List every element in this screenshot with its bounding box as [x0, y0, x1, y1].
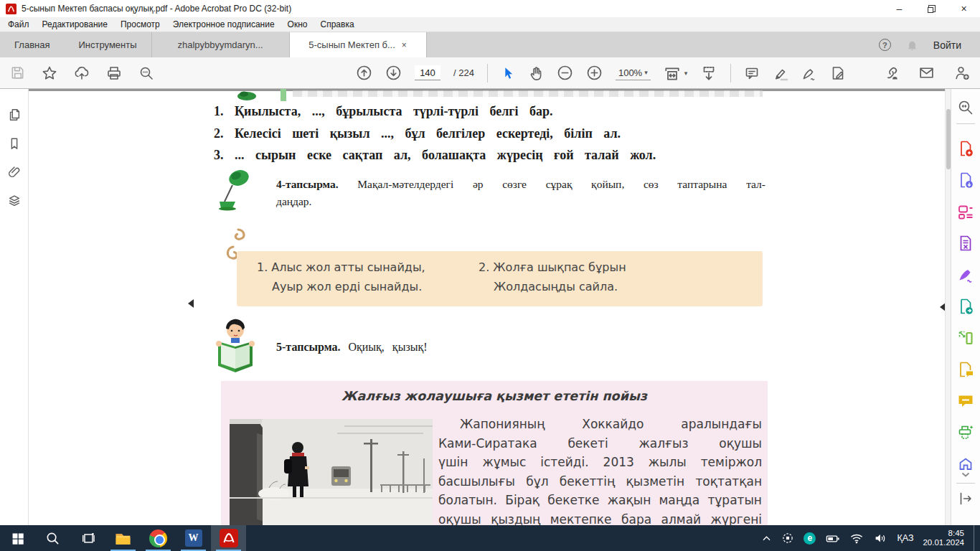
taskbar: W e ҚАЗ 8:45 20.01.2024 [0, 525, 980, 551]
menu-view[interactable]: Просмотр [114, 19, 166, 29]
taskbar-search-button[interactable] [35, 525, 70, 551]
page-thumbnails-icon[interactable] [7, 108, 22, 122]
keyboard-language[interactable]: ҚАЗ [897, 533, 913, 543]
zoom-level-label: 100% [618, 67, 642, 78]
fill-and-sign-icon[interactable] [957, 266, 974, 283]
restore-button[interactable] [915, 0, 948, 17]
page-number-input[interactable] [415, 65, 440, 80]
chrome-icon [149, 529, 167, 547]
chrome-button[interactable] [141, 525, 176, 551]
more-tools-icon[interactable] [957, 456, 974, 477]
wifi-icon[interactable] [849, 531, 864, 545]
toolbar: / 224 100% ▾ ▾ [0, 57, 980, 89]
send-pdf-icon[interactable] [957, 298, 974, 315]
task4-block: 4-тапсырма. Мақал-мәтелдердегі әр сөзге … [276, 176, 765, 210]
word-button[interactable]: W [176, 525, 211, 551]
eset-icon[interactable]: e [804, 532, 816, 545]
task-view-button[interactable] [70, 525, 105, 551]
reading-boy-icon [212, 317, 258, 376]
menu-window[interactable]: Окно [281, 19, 314, 29]
notifications-bell-icon[interactable] [905, 38, 919, 52]
zoom-out-icon[interactable] [557, 65, 573, 81]
cloud-upload-icon[interactable] [74, 65, 90, 81]
collapse-panel-icon[interactable] [958, 491, 974, 507]
tray-chevron-icon[interactable] [761, 533, 772, 544]
left-panel-toggle-icon[interactable] [188, 299, 194, 308]
bookmarks-icon[interactable] [7, 136, 22, 151]
email-icon[interactable] [918, 65, 935, 81]
left-panel-rail [0, 89, 29, 525]
page-down-icon[interactable] [385, 65, 402, 81]
show-desktop-button[interactable] [974, 525, 977, 551]
list-item: 2. Келесісі шеті қызыл ..., бұл белгілер… [214, 123, 656, 145]
add-person-icon[interactable] [953, 65, 970, 81]
page-total-label: / 224 [453, 67, 474, 78]
task4-line2: даңдар. [276, 193, 765, 210]
scan-ocr-icon[interactable] [957, 424, 974, 441]
highlight-icon[interactable] [773, 65, 788, 81]
exercise-list: 1. Қиылыста, ..., бұрылыста түрлі-түрлі … [214, 100, 656, 166]
help-icon[interactable]: ? [879, 39, 891, 51]
ink-workspace-icon[interactable] [781, 532, 794, 545]
create-pdf-icon[interactable] [957, 140, 974, 157]
clock[interactable]: 8:45 20.01.2024 [923, 529, 964, 547]
start-button[interactable] [0, 525, 35, 551]
toolbar-separator [487, 64, 488, 83]
organize-pages-icon[interactable] [957, 235, 974, 252]
share-link-icon[interactable] [883, 65, 900, 81]
save-icon[interactable] [10, 65, 25, 80]
comment-icon[interactable] [744, 65, 760, 81]
system-tray: e ҚАЗ 8:45 20.01.2024 [761, 525, 980, 551]
minimize-button[interactable]: – [883, 0, 915, 17]
volume-icon[interactable] [873, 531, 887, 545]
request-signatures-icon[interactable] [957, 361, 974, 378]
article-line: Жапонияның Хоккайдо аралындағы [438, 415, 762, 434]
tools-rail [951, 89, 980, 525]
acrobat-button[interactable] [211, 525, 246, 551]
page-up-icon[interactable] [356, 65, 372, 81]
document-view[interactable]: 1. Қиылыста, ..., бұрылыста түрлі-түрлі … [29, 89, 951, 525]
export-pdf-icon[interactable] [957, 171, 974, 189]
menu-esign[interactable]: Электронное подписание [166, 19, 281, 29]
doc-tab-zhalpybbyymdaryn[interactable]: zhalpybbyymdaryn... [151, 32, 289, 57]
sign-in-button[interactable]: Войти [933, 39, 961, 51]
vertical-scrollbar[interactable] [945, 89, 951, 525]
file-explorer-icon [114, 529, 132, 547]
attachments-icon[interactable] [7, 165, 22, 179]
tabbar: Главная Инструменты zhalpybbyymdaryn... … [0, 32, 980, 57]
tab-home[interactable]: Главная [0, 32, 64, 57]
edit-page-icon[interactable] [830, 65, 846, 81]
scrollbar-thumb[interactable] [946, 109, 951, 169]
doc-tab-active[interactable]: 5-сынып Мектеп б... × [289, 32, 427, 57]
menu-edit[interactable]: Редактирование [36, 19, 114, 29]
hand-tool-icon[interactable] [528, 65, 544, 81]
tab-tools[interactable]: Инструменты [64, 32, 151, 57]
menu-help[interactable]: Справка [314, 19, 361, 29]
battery-icon[interactable] [825, 531, 840, 546]
proverb-line: Жолдасыңды сайла. [479, 277, 626, 296]
restore-icon [928, 5, 936, 13]
edit-pdf-icon[interactable] [957, 203, 974, 220]
microphone-task-icon [218, 168, 251, 211]
zoom-in-icon[interactable] [586, 65, 603, 81]
fill-sign-icon[interactable] [801, 65, 817, 81]
main-area: 1. Қиылыста, ..., бұрылыста түрлі-түрлі … [0, 89, 980, 525]
crop-pages-icon[interactable] [957, 329, 974, 347]
print-icon[interactable] [106, 65, 122, 81]
caret-down-icon: ▾ [684, 70, 688, 77]
star-icon[interactable] [42, 65, 57, 81]
select-cursor-icon[interactable] [501, 66, 515, 80]
search-tool-icon[interactable] [957, 99, 974, 116]
scrolling-mode-icon[interactable] [700, 65, 717, 82]
zoom-level-control[interactable]: 100% ▾ [616, 66, 651, 80]
menu-file[interactable]: Файл [1, 19, 36, 29]
file-explorer-button[interactable] [105, 525, 141, 551]
comments-tool-icon[interactable] [957, 392, 974, 410]
close-button[interactable]: × [948, 0, 980, 17]
rail-divider [956, 483, 975, 484]
fit-width-control[interactable]: ▾ [664, 65, 688, 82]
layers-icon[interactable] [7, 194, 22, 208]
tab-close-icon[interactable]: × [402, 40, 407, 50]
search-icon[interactable] [138, 65, 154, 81]
reading-box: Жалғыз жолаушыға қызмет ететін пойыз [221, 381, 768, 525]
